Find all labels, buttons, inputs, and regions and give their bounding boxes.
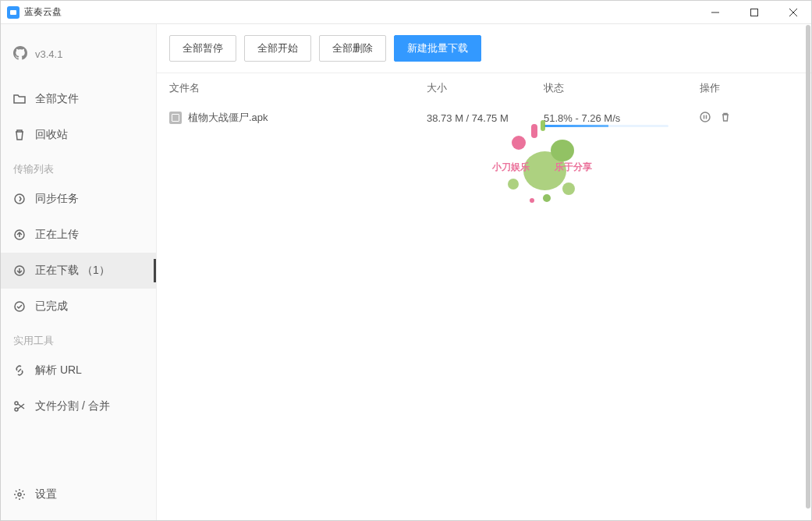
file-name: 植物大战僵尸.apk [188, 111, 268, 125]
version-label: v3.4.1 [35, 48, 62, 60]
col-header-action: 操作 [700, 81, 778, 95]
sidebar-item-completed[interactable]: 已完成 [1, 289, 156, 324]
sidebar-item-settings[interactable]: 设置 [1, 477, 156, 512]
gear-icon [13, 488, 26, 501]
watermark: 小刀娱乐 乐于分享 [492, 120, 617, 214]
app-icon [7, 6, 20, 19]
sidebar-item-uploading[interactable]: 正在上传 [1, 217, 156, 253]
col-header-status: 状态 [544, 81, 700, 95]
start-all-button[interactable]: 全部开始 [244, 35, 311, 62]
pause-icon[interactable] [700, 112, 711, 125]
download-icon [13, 264, 26, 277]
scrollbar[interactable] [806, 25, 810, 509]
sidebar-item-parseurl[interactable]: 解析 URL [1, 353, 156, 388]
link-icon [13, 364, 26, 377]
delete-all-button[interactable]: 全部删除 [319, 35, 386, 62]
folder-icon [13, 93, 26, 105]
progress-bar [544, 125, 668, 127]
scissors-icon [13, 400, 26, 413]
file-icon [169, 112, 182, 124]
download-table: 文件名 大小 状态 操作 植物大战僵尸.apk 38.73 M / 74.75 … [157, 73, 811, 520]
batch-download-button[interactable]: 新建批量下载 [394, 35, 481, 62]
sidebar-item-label: 全部文件 [35, 92, 79, 106]
delete-icon[interactable] [720, 112, 731, 125]
pause-all-button[interactable]: 全部暂停 [169, 35, 236, 62]
sidebar-section-transfer: 传输列表 [1, 153, 156, 181]
sidebar-item-label: 设置 [35, 487, 57, 502]
github-icon [13, 46, 27, 62]
svg-point-9 [15, 408, 18, 411]
sidebar-item-label: 解析 URL [35, 363, 82, 377]
minimize-button[interactable] [704, 1, 727, 24]
sidebar-version[interactable]: v3.4.1 [1, 40, 156, 69]
sidebar-section-tools: 实用工具 [1, 324, 156, 353]
sidebar: v3.4.1 全部文件 回收站 传输列表 同步任务 正在上传 正在下载 （1） … [1, 24, 157, 520]
svg-point-11 [700, 112, 710, 122]
check-icon [13, 300, 26, 313]
app-title: 蓝奏云盘 [24, 5, 704, 19]
trash-icon [13, 129, 26, 141]
close-button[interactable] [782, 1, 805, 24]
col-header-name: 文件名 [169, 81, 427, 95]
sidebar-item-recycle[interactable]: 回收站 [1, 117, 156, 153]
svg-point-10 [18, 493, 21, 496]
sidebar-item-label: 回收站 [35, 128, 68, 142]
sidebar-item-label: 已完成 [35, 299, 68, 314]
table-row[interactable]: 植物大战僵尸.apk 38.73 M / 74.75 M 51.8% - 7.2… [157, 103, 811, 133]
svg-rect-1 [751, 9, 758, 16]
sidebar-item-label: 正在上传 [35, 228, 79, 242]
toolbar: 全部暂停 全部开始 全部删除 新建批量下载 [157, 24, 811, 73]
sidebar-item-allfiles[interactable]: 全部文件 [1, 81, 156, 117]
sidebar-item-label: 正在下载 （1） [35, 264, 110, 278]
sync-icon [13, 193, 26, 205]
sidebar-item-splitmerge[interactable]: 文件分割 / 合并 [1, 388, 156, 424]
maximize-button[interactable] [743, 1, 766, 24]
svg-point-4 [15, 194, 24, 204]
file-status: 51.8% - 7.26 M/s [544, 112, 620, 124]
sidebar-item-label: 同步任务 [35, 192, 79, 206]
sidebar-item-sync[interactable]: 同步任务 [1, 181, 156, 217]
svg-point-8 [15, 402, 18, 405]
upload-icon [13, 229, 26, 241]
col-header-size: 大小 [427, 81, 544, 95]
sidebar-item-label: 文件分割 / 合并 [35, 399, 110, 413]
sidebar-item-downloading[interactable]: 正在下载 （1） [1, 253, 156, 289]
file-size: 38.73 M / 74.75 M [427, 112, 544, 124]
